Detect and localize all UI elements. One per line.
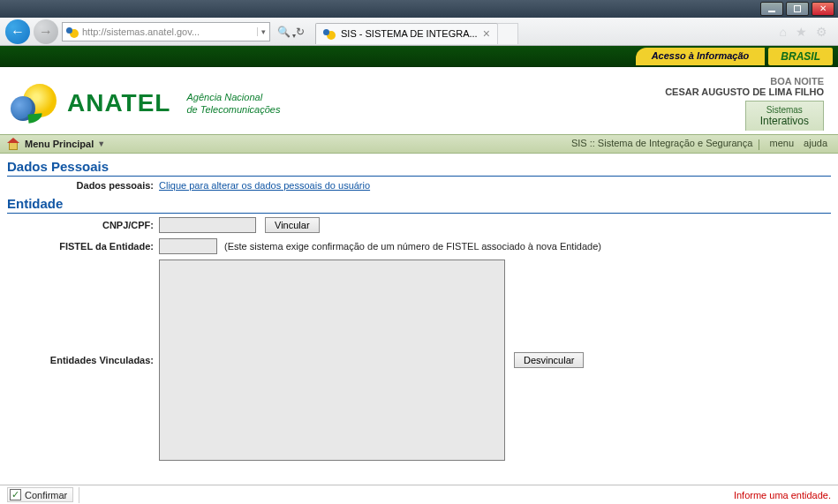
entidades-label: Entidades Vinculadas: — [7, 355, 159, 365]
sistemas-tab-line1: Sistemas — [760, 105, 809, 115]
fistel-input[interactable] — [159, 238, 217, 254]
browser-tab-active[interactable]: SIS - SISTEMA DE INTEGRA... × — [315, 23, 498, 44]
refresh-icon[interactable]: ↻ — [296, 26, 305, 38]
fistel-hint: (Este sistema exige confirmação de um nú… — [224, 241, 601, 252]
sistemas-tab-line2: Interativos — [760, 115, 809, 127]
breadcrumb-text: SIS :: Sistema de Integração e Segurança — [571, 138, 752, 148]
tools-icon[interactable]: ⚙ — [816, 25, 827, 39]
search-icon[interactable]: 🔍▾ — [277, 26, 291, 38]
menu-bar: Menu Principal ▼ SIS :: Sistema de Integ… — [0, 134, 838, 154]
slogan-line2: de Telecomunicações — [186, 103, 280, 116]
forward-button[interactable]: → — [34, 19, 58, 44]
ajuda-link[interactable]: ajuda — [800, 138, 831, 148]
confirmar-button[interactable]: Confirmar — [7, 487, 73, 502]
content-area: Dados Pessoais Dados pessoais: Clique pa… — [0, 154, 838, 471]
home-menu-icon[interactable] — [7, 139, 19, 149]
dados-pessoais-title: Dados Pessoais — [7, 159, 831, 177]
brasil-badge[interactable]: BRASIL — [768, 48, 833, 65]
footer-bar: Confirmar Informe uma entidade. — [0, 485, 838, 504]
tab-favicon-icon — [323, 27, 336, 40]
sistemas-tab[interactable]: Sistemas Interativos — [745, 101, 824, 131]
menu-principal[interactable]: Menu Principal — [25, 139, 94, 149]
tab-close-icon[interactable]: × — [483, 26, 490, 41]
divider — [79, 487, 79, 503]
greeting: BOA NOITE — [665, 76, 824, 87]
favorites-icon[interactable]: ★ — [796, 25, 807, 39]
vincular-button[interactable]: Vincular — [265, 217, 320, 233]
error-message: Informe uma entidade. — [734, 490, 831, 500]
confirmar-label: Confirmar — [25, 490, 67, 500]
tab-strip: SIS - SISTEMA DE INTEGRA... × — [315, 19, 518, 44]
fistel-label: FISTEL da Entidade: — [7, 241, 159, 252]
dados-pessoais-label: Dados pessoais: — [7, 180, 159, 191]
url-dropdown-icon[interactable]: ▾ — [257, 27, 266, 36]
chevron-down-icon: ▼ — [97, 139, 105, 148]
browser-menu-icons: ⌂ ★ ⚙ — [780, 25, 833, 39]
page-header: ANATEL Agência Nacional de Telecomunicaç… — [0, 67, 838, 134]
home-icon[interactable]: ⌂ — [780, 25, 787, 39]
anatel-logo-icon — [11, 84, 60, 123]
window-minimize-button[interactable] — [760, 2, 783, 16]
slogan-line1: Agência Nacional — [186, 91, 280, 103]
cnpj-input[interactable] — [159, 217, 256, 233]
entidade-title: Entidade — [7, 196, 831, 214]
username: CESAR AUGUSTO DE LIMA FILHO — [665, 87, 824, 97]
url-text: http://sistemas.anatel.gov... — [82, 26, 253, 37]
breadcrumb: SIS :: Sistema de Integração e Segurança… — [571, 138, 831, 149]
back-button[interactable]: ← — [5, 19, 30, 44]
url-action-icons: 🔍▾ ↻ — [277, 26, 305, 38]
window-maximize-button[interactable] — [786, 2, 809, 16]
gov-bar: Acesso à Informação BRASIL — [0, 46, 838, 67]
dados-pessoais-row: Dados pessoais: Clique para alterar os d… — [7, 180, 831, 191]
menu-link[interactable]: menu — [766, 138, 797, 148]
page-body: Acesso à Informação BRASIL ANATEL Agênci… — [0, 46, 838, 504]
entidades-row: Entidades Vinculadas: Desvincular — [7, 260, 831, 461]
tab-title: SIS - SISTEMA DE INTEGRA... — [341, 28, 478, 39]
browser-toolbar: ← → http://sistemas.anatel.gov... ▾ 🔍▾ ↻… — [0, 18, 838, 46]
window-titlebar: ✕ — [0, 0, 838, 18]
header-right: BOA NOITE CESAR AUGUSTO DE LIMA FILHO Si… — [665, 76, 827, 131]
new-tab-button[interactable] — [497, 23, 518, 44]
desvincular-button[interactable]: Desvincular — [514, 352, 584, 368]
alterar-dados-link[interactable]: Clique para alterar os dados pessoais do… — [159, 180, 370, 191]
logo-text: ANATEL — [67, 89, 170, 117]
address-bar[interactable]: http://sistemas.anatel.gov... ▾ — [62, 22, 270, 41]
check-icon — [10, 489, 21, 500]
cnpj-label: CNPJ/CPF: — [7, 220, 159, 230]
cnpj-row: CNPJ/CPF: Vincular — [7, 217, 831, 233]
access-info-link[interactable]: Acesso à Informação — [636, 48, 766, 65]
slogan: Agência Nacional de Telecomunicações — [186, 91, 280, 116]
entidades-listbox[interactable] — [159, 260, 505, 461]
window-close-button[interactable]: ✕ — [812, 2, 834, 16]
fistel-row: FISTEL da Entidade: (Este sistema exige … — [7, 238, 831, 254]
site-favicon-icon — [66, 26, 79, 38]
